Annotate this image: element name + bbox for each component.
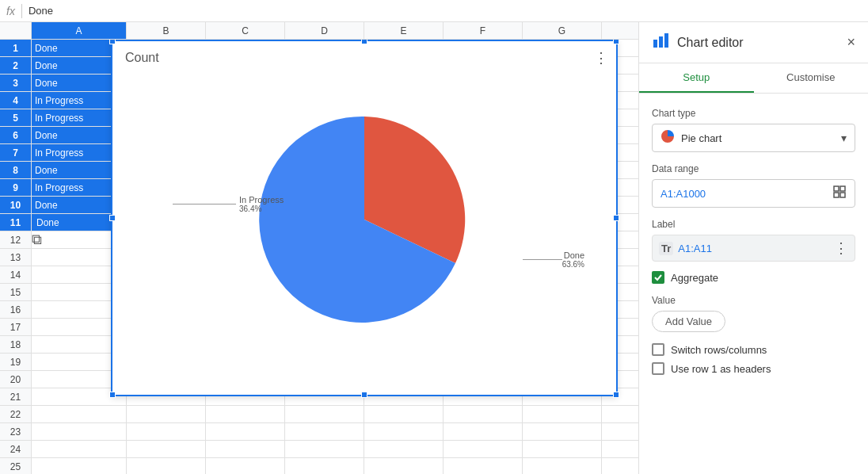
label-type-icon: Tr	[659, 242, 673, 255]
chart-title: Count	[125, 51, 603, 65]
data-range-value: A1:A1000	[661, 188, 706, 200]
data-range-label: Data range	[652, 163, 855, 174]
row-num-24[interactable]: 24	[0, 441, 32, 457]
chart-editor-close-button[interactable]: ×	[847, 34, 855, 51]
use-row-as-headers-label: Use row 1 as headers	[671, 363, 771, 375]
chart-type-dropdown-arrow: ▾	[841, 132, 847, 144]
row-num-5[interactable]: 5	[0, 109, 32, 126]
svg-rect-3	[834, 186, 839, 191]
row-num-14[interactable]: 14	[0, 266, 32, 283]
rows-area: 1 Done 2 Done 3	[0, 40, 638, 474]
row-num-17[interactable]: 17	[0, 319, 32, 335]
row-num-11[interactable]: 11	[0, 214, 32, 231]
table-row: 25	[0, 458, 638, 474]
pie-chart-icon	[661, 129, 675, 147]
fx-icon: fx	[6, 5, 15, 17]
row-num-21[interactable]: 21	[0, 388, 32, 405]
chart-type-select[interactable]: Pie chart ▾	[652, 124, 855, 152]
row-num-20[interactable]: 20	[0, 371, 32, 388]
chart-editor-panel: Chart editor × Setup Customise Chart typ…	[638, 22, 868, 474]
col-header-e[interactable]: E	[364, 22, 444, 39]
row-num-12[interactable]: 12	[0, 231, 32, 248]
label-left: Tr A1:A11	[659, 242, 712, 255]
row-num-7[interactable]: 7	[0, 144, 32, 161]
svg-rect-1	[659, 36, 663, 48]
row-num-9[interactable]: 9	[0, 179, 32, 196]
column-headers: A B C D E F G	[0, 22, 638, 40]
tab-setup[interactable]: Setup	[639, 63, 754, 93]
row-num-1[interactable]: 1	[0, 40, 32, 56]
row-num-2[interactable]: 2	[0, 57, 32, 74]
row-num-6[interactable]: 6	[0, 127, 32, 143]
row-num-18[interactable]: 18	[0, 336, 32, 353]
row-num-4[interactable]: 4	[0, 92, 32, 109]
value-label: Value	[652, 295, 855, 306]
col-header-f[interactable]: F	[444, 22, 523, 39]
pie-label-in-progress: In Progress 36.4%	[173, 195, 284, 213]
row-num-22[interactable]: 22	[0, 406, 32, 422]
label-row[interactable]: Tr A1:A11 ⋮	[652, 235, 855, 262]
table-row: 24	[0, 441, 638, 458]
pie-label-done: Done 63.6%	[523, 250, 588, 269]
pie-area: In Progress 36.4% Done 63.	[125, 68, 603, 371]
tab-customise[interactable]: Customise	[754, 63, 869, 93]
use-row-as-headers-row: Use row 1 as headers	[652, 362, 855, 375]
chart-type-label: Chart type	[652, 108, 855, 119]
row-num-header	[0, 22, 32, 39]
svg-rect-0	[653, 40, 657, 48]
chart-three-dots-icon[interactable]: ⋮	[594, 49, 608, 67]
clipboard-icon[interactable]: ⧉	[32, 231, 42, 248]
svg-rect-2	[664, 33, 668, 48]
aggregate-row: Aggregate	[652, 271, 855, 284]
aggregate-label: Aggregate	[671, 272, 718, 284]
label-section: Label Tr A1:A11 ⋮	[652, 219, 855, 262]
chart-type-name: Pie chart	[681, 132, 721, 144]
use-row-as-headers-checkbox[interactable]	[652, 362, 664, 375]
row-num-23[interactable]: 23	[0, 423, 32, 440]
data-range-row[interactable]: A1:A1000	[652, 179, 855, 208]
row-num-8[interactable]: 8	[0, 162, 32, 178]
switch-rows-columns-label: Switch rows/columns	[671, 344, 767, 356]
row-num-3[interactable]: 3	[0, 75, 32, 91]
chart-editor-header: Chart editor ×	[639, 22, 868, 63]
add-value-button[interactable]: Add Value	[652, 311, 725, 332]
spreadsheet: A B C D E F G 1 Done 2 Don	[0, 22, 638, 474]
label-range: A1:A11	[678, 243, 712, 254]
main-area: A B C D E F G 1 Done 2 Don	[0, 22, 868, 474]
svg-rect-4	[840, 186, 845, 191]
chart-editor-tabs: Setup Customise	[639, 63, 868, 94]
svg-rect-5	[834, 193, 839, 197]
aggregate-checkbox[interactable]	[652, 271, 664, 284]
switch-rows-columns-row: Switch rows/columns	[652, 343, 855, 356]
table-row: 22	[0, 406, 638, 423]
col-header-b[interactable]: B	[127, 22, 206, 39]
col-header-a[interactable]: A	[32, 22, 127, 39]
row-num-15[interactable]: 15	[0, 284, 32, 300]
switch-rows-columns-checkbox[interactable]	[652, 343, 664, 356]
chart-editor-bar-chart-icon	[652, 32, 669, 53]
formula-bar: fx Done	[0, 0, 868, 22]
chart-editor-body: Chart type Pie chart ▾ Data range A1:A10…	[639, 94, 868, 474]
data-range-grid-icon[interactable]	[832, 185, 847, 202]
row-num-16[interactable]: 16	[0, 301, 32, 318]
formula-bar-separator	[21, 4, 22, 18]
row-num-10[interactable]: 10	[0, 197, 32, 213]
table-row: 23	[0, 423, 638, 441]
row-num-13[interactable]: 13	[0, 249, 32, 266]
col-header-g[interactable]: G	[523, 22, 602, 39]
col-header-d[interactable]: D	[285, 22, 364, 39]
svg-rect-6	[840, 193, 845, 197]
chart-container[interactable]: Count ⋮	[111, 40, 618, 396]
label-section-title: Label	[652, 219, 855, 230]
row-num-25[interactable]: 25	[0, 458, 32, 474]
chart-type-left: Pie chart	[661, 129, 721, 147]
pie-chart-svg	[253, 109, 475, 331]
row-num-19[interactable]: 19	[0, 354, 32, 370]
label-options-icon[interactable]: ⋮	[834, 239, 848, 257]
col-header-c[interactable]: C	[206, 22, 285, 39]
chart-editor-title: Chart editor	[677, 36, 839, 50]
formula-bar-value: Done	[29, 5, 53, 17]
chart-inner: Count ⋮	[112, 41, 616, 395]
